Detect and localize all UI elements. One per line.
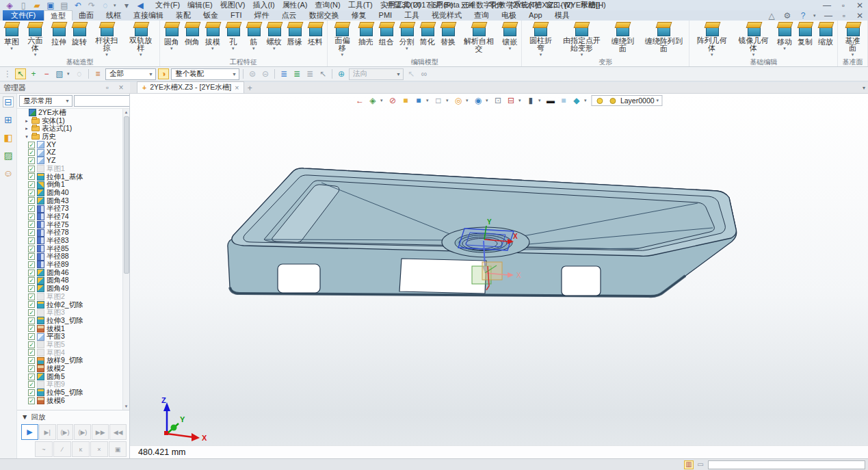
ribbon-tab[interactable]: 焊件 [248, 10, 276, 21]
help-icon-caret[interactable]: ▾ [813, 13, 818, 18]
visibility-checkbox[interactable]: ✓ [28, 246, 35, 252]
tree-expander[interactable]: ▾ [24, 133, 29, 141]
dropdown-caret-icon[interactable]: ▾ [34, 52, 37, 57]
tree-row[interactable]: ✓圆角46 [17, 269, 122, 277]
close-icon[interactable]: ✕ [854, 10, 865, 21]
visibility-checkbox[interactable]: ✓ [28, 213, 35, 220]
menu-item[interactable]: 文件(F) [155, 0, 180, 10]
ribbon-tab[interactable]: 修复 [345, 10, 373, 21]
ribbon-button[interactable]: 由指定点开始变形▾ [557, 21, 605, 57]
ribbon-button[interactable]: 螺纹▾ [264, 21, 285, 57]
new-file-icon[interactable]: ▯ [18, 0, 29, 11]
play-to-end-button[interactable]: ▶| [39, 424, 56, 440]
ribbon-button[interactable]: 杆状扫掠▾ [90, 21, 124, 57]
shadow-icon-caret[interactable]: ▾ [538, 98, 543, 103]
tree-row[interactable]: ✓半径85 [17, 245, 122, 253]
visibility-checkbox[interactable]: ✓ [28, 157, 35, 164]
minimize-icon[interactable]: — [821, 0, 832, 11]
tree-row[interactable]: ✓半径78 [17, 229, 122, 237]
tree-row[interactable]: ✓半径75 [17, 221, 122, 229]
visibility-checkbox[interactable]: ✓ [28, 349, 35, 356]
visibility-checkbox[interactable]: ✓ [28, 293, 35, 300]
tree-expander[interactable]: ▸ [24, 125, 29, 133]
shadow-icon[interactable]: ▮ [525, 95, 536, 106]
collapse-quickbar-icon[interactable]: ◀ [135, 0, 146, 11]
menu-item[interactable]: 视图(V) [220, 0, 246, 10]
close-panel-icon[interactable]: × [116, 82, 127, 93]
bulb-icon[interactable] [594, 95, 605, 106]
regen-icon-caret[interactable]: ▾ [114, 3, 118, 8]
ribbon-button[interactable]: 面偏移▾ [329, 21, 356, 57]
tree-row[interactable]: ✓拔模6 [17, 397, 122, 405]
visibility-checkbox[interactable]: ✓ [28, 237, 35, 244]
dropdown-caret-icon[interactable]: ▾ [752, 52, 755, 57]
ribbon-button[interactable]: 草图▾ [1, 21, 22, 57]
pointer-icon[interactable]: ↖ [317, 68, 328, 79]
status-input[interactable] [708, 460, 865, 469]
tree-row[interactable]: ✓XZ [17, 148, 122, 157]
fast-forward-button[interactable]: ▶▶ [92, 424, 109, 440]
align-bottom-icon[interactable]: ⊝ [260, 68, 271, 79]
display-filter-dropdown[interactable]: 显示常用▼ [19, 95, 73, 107]
open-file-icon[interactable]: ▰ [31, 0, 42, 11]
ribbon-button[interactable]: 复制 [795, 21, 815, 57]
remove-selection-icon[interactable]: − [41, 68, 52, 79]
ribbon-button[interactable]: 旋转 [69, 21, 90, 57]
ribbon-button[interactable]: 分割▾ [397, 21, 417, 57]
tab-overflow-caret-icon[interactable]: ▾ [863, 85, 865, 91]
visibility-checkbox[interactable]: ✓ [28, 389, 35, 396]
ribbon-tab[interactable]: 模具 [549, 10, 576, 21]
shade-mode-icon-caret[interactable]: ▾ [426, 98, 431, 103]
history-manager-icon[interactable]: ⊟ [3, 96, 14, 107]
ribbon-tab[interactable]: App [523, 10, 549, 21]
list-filter-green-icon[interactable]: ≣ [291, 68, 302, 79]
view-previous-icon[interactable]: ◈ [367, 95, 378, 106]
visibility-checkbox[interactable]: ✓ [28, 397, 35, 404]
section-view-icon[interactable]: ⊟ [505, 95, 516, 106]
step-group-button[interactable]: (▶) [74, 424, 91, 440]
ribbon-tab[interactable]: 点云 [276, 10, 303, 21]
menu-item[interactable]: 插入(I) [252, 0, 274, 10]
ribbon-button[interactable]: 圆柱折弯▾ [523, 21, 557, 57]
visibility-checkbox[interactable]: ✓ [28, 197, 35, 204]
visibility-checkbox[interactable]: ✓ [28, 357, 35, 364]
dropdown-caret-icon[interactable]: ▾ [509, 46, 512, 51]
ribbon-button[interactable]: 解析自相交 [458, 21, 500, 57]
ribbon-button[interactable]: 组合 [376, 21, 397, 57]
filter-icon[interactable]: ≡ [92, 68, 103, 79]
ribbon-button[interactable]: 缩放 [815, 21, 836, 57]
list-filter-blue-icon[interactable]: ≣ [278, 68, 289, 79]
new-tab-button[interactable]: + [244, 83, 255, 93]
visibility-checkbox[interactable]: ✓ [28, 221, 35, 228]
pick-window-icon[interactable]: ▧ [54, 68, 65, 79]
visibility-checkbox[interactable]: ✓ [28, 261, 35, 268]
add-selection-icon[interactable]: + [28, 68, 39, 79]
visibility-checkbox[interactable]: ✓ [28, 381, 35, 388]
dropdown-caret-icon[interactable]: ▾ [341, 52, 343, 57]
rewind-button[interactable]: ◀◀ [109, 424, 127, 440]
image-tool-button[interactable]: ▣ [109, 441, 127, 457]
model-3d[interactable]: X Y X Z X Y [130, 94, 868, 458]
visibility-checkbox[interactable]: ✓ [28, 365, 35, 372]
restore-icon[interactable]: ▫ [839, 10, 850, 21]
ribbon-tab[interactable]: 查询 [468, 10, 495, 21]
dropdown-caret-icon[interactable]: ▾ [406, 46, 408, 51]
scope-icon[interactable]: ◑ [158, 68, 169, 79]
close-icon[interactable]: ✕ [854, 0, 865, 11]
tree-row[interactable]: ✓圆角40 [17, 189, 122, 197]
pointer-disabled-icon[interactable]: ↖ [406, 68, 417, 79]
ribbon-button[interactable]: 基准面▾ [839, 21, 866, 57]
show-frames-icon[interactable]: ▥ [684, 460, 694, 469]
layer-color-dot[interactable] [607, 95, 618, 106]
menu-item[interactable]: 属性(A) [282, 0, 308, 10]
ribbon-button[interactable]: 六面体▾ [22, 21, 49, 57]
shade-all-icon[interactable]: ■ [400, 95, 411, 106]
ribbon-button[interactable]: 抽壳 [356, 21, 376, 57]
wireframe-mode-icon-caret[interactable]: ▾ [446, 98, 451, 103]
dropdown-caret-icon[interactable]: ▾ [170, 46, 173, 51]
render-manager-icon[interactable]: ▨ [3, 150, 14, 161]
appearance-icon-caret[interactable]: ▾ [466, 98, 471, 103]
tree-row[interactable]: ✓半径74 [17, 213, 122, 221]
dropdown-caret-icon[interactable]: ▾ [711, 52, 713, 57]
visibility-checkbox[interactable]: ✓ [28, 173, 35, 180]
